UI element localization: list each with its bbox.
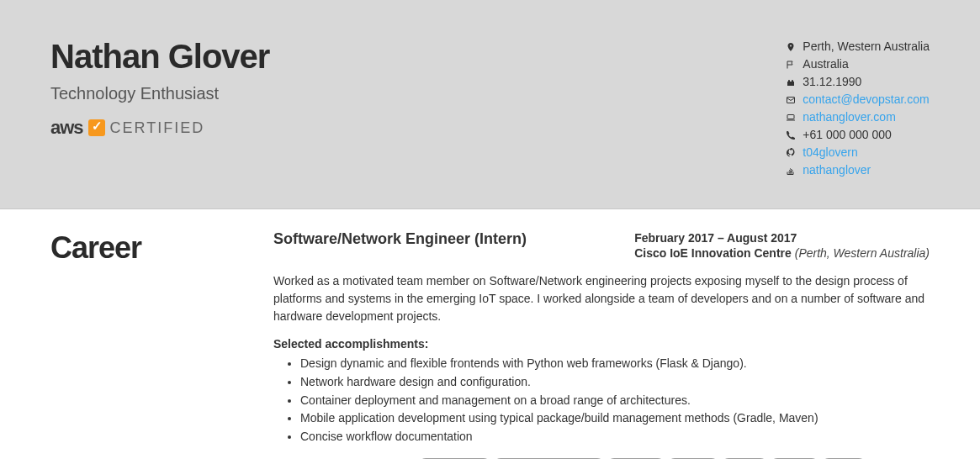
career-main: Software/Network Engineer (Intern) Febru… (273, 230, 930, 459)
flag-icon (785, 59, 797, 71)
full-name: Nathan Glover (50, 38, 269, 76)
phone-text: +61 000 000 000 (803, 126, 892, 144)
birthdate-text: 31.12.1990 (803, 73, 861, 91)
job-description: Worked as a motivated team member on Sof… (273, 272, 930, 325)
resume-header: Nathan Glover Technology Enthusiast aws … (0, 0, 980, 209)
contact-github: t04glovern (785, 144, 930, 161)
accomplishment-item: Design dynamic and flexible frontends wi… (300, 355, 930, 373)
github-icon (785, 147, 797, 159)
envelope-icon (785, 94, 797, 106)
accomplishment-item: Network hardware design and configuratio… (300, 373, 930, 392)
job-dates: February 2017 – August 2017 (634, 230, 930, 245)
job-location: (Perth, Western Australia) (795, 246, 930, 260)
job-meta: February 2017 – August 2017 Cisco IoE In… (634, 230, 930, 261)
contact-email: contact@devopstar.com (785, 91, 930, 108)
job-header: Software/Network Engineer (Intern) Febru… (273, 230, 930, 261)
github-link[interactable]: t04glovern (803, 144, 857, 161)
website-link[interactable]: nathanglover.com (803, 108, 896, 126)
certified-label: CERTIFIED (110, 119, 205, 137)
email-link[interactable]: contact@devopstar.com (803, 91, 929, 108)
birthday-icon (785, 76, 797, 88)
laptop-icon (785, 112, 797, 124)
certification-badge: aws CERTIFIED (50, 117, 269, 139)
header-identity: Nathan Glover Technology Enthusiast aws … (50, 38, 269, 179)
sidebar: Career (50, 230, 273, 459)
career-section-title: Career (50, 230, 273, 266)
job-title: Software/Network Engineer (Intern) (273, 230, 527, 248)
accomplishment-item: Mobile application development using typ… (300, 409, 930, 428)
contact-birthdate: 31.12.1990 (785, 73, 930, 91)
aws-logo-text: aws (50, 117, 83, 139)
contact-phone: +61 000 000 000 (785, 126, 930, 144)
contact-country: Australia (785, 55, 930, 73)
contact-website: nathanglover.com (785, 108, 930, 126)
svg-rect-1 (787, 114, 794, 119)
accomplishments-list: Design dynamic and flexible frontends wi… (273, 355, 930, 446)
contact-block: Perth, Western Australia Australia 31.12… (785, 38, 930, 179)
stackoverflow-link[interactable]: nathanglover (803, 161, 871, 179)
accomplishment-item: Concise workflow documentation (300, 428, 930, 446)
content-area: Career Software/Network Engineer (Intern… (0, 209, 980, 459)
contact-stackoverflow: nathanglover (785, 161, 930, 179)
tagline: Technology Enthusiast (50, 84, 269, 103)
accomplishments-title: Selected accomplishments: (273, 337, 930, 351)
job-company: Cisco IoE Innovation Centre (634, 246, 792, 260)
phone-icon (785, 129, 797, 141)
stackoverflow-icon (785, 165, 797, 177)
country-text: Australia (803, 55, 848, 73)
contact-location: Perth, Western Australia (785, 38, 930, 55)
check-badge-icon (88, 119, 105, 136)
location-text: Perth, Western Australia (803, 38, 930, 55)
map-pin-icon (785, 41, 797, 53)
accomplishment-item: Container deployment and management on a… (300, 392, 930, 410)
